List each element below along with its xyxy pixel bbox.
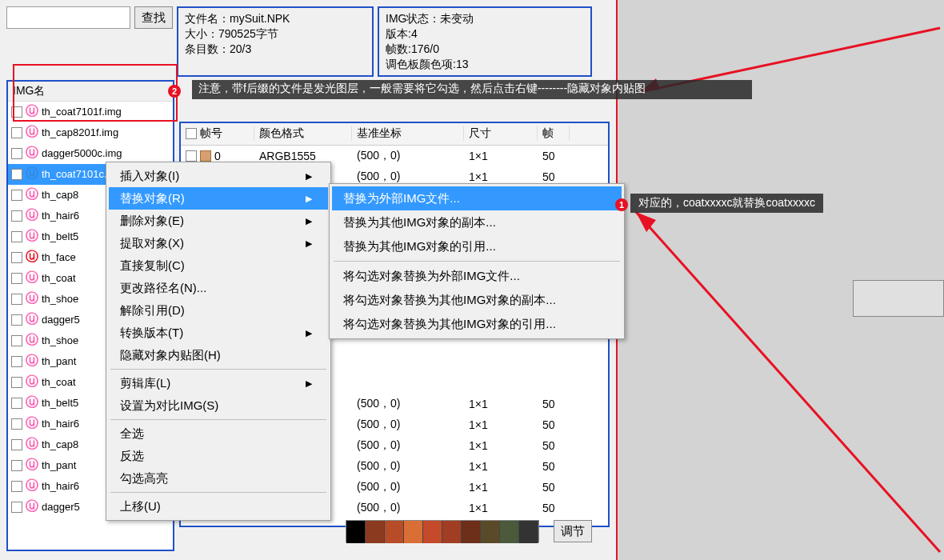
menu-item[interactable]: 隐藏对象内贴图(H) <box>109 344 328 366</box>
cat-icon <box>25 250 39 265</box>
checkbox[interactable] <box>11 169 22 180</box>
checkbox[interactable] <box>11 231 22 242</box>
color-swatch-bar[interactable] <box>346 520 539 542</box>
img-status: IMG状态：未变动 <box>386 11 584 26</box>
item-label: th_hair6 <box>42 210 79 222</box>
menu-item[interactable]: 提取对象(X)▶ <box>109 232 328 254</box>
annotation-badge-2: 2 <box>168 85 181 98</box>
cat-icon <box>25 209 39 223</box>
menu-item[interactable]: 将勾选对象替换为其他IMG对象的副本... <box>332 288 622 312</box>
item-label: th_belt5 <box>42 230 78 242</box>
menu-item[interactable]: 将勾选对象替换为外部IMG文件... <box>332 264 622 288</box>
item-label: dagger5 <box>42 314 80 326</box>
search-input[interactable] <box>6 6 130 29</box>
menu-item[interactable]: 将勾选对象替换为其他IMG对象的引用... <box>332 312 622 336</box>
checkbox[interactable] <box>11 377 22 388</box>
checkbox[interactable] <box>11 148 22 159</box>
color-swatch[interactable] <box>385 521 404 543</box>
thumb-icon <box>200 150 211 162</box>
cat-icon <box>25 479 39 494</box>
item-label: th_shoe <box>42 293 78 305</box>
menu-item[interactable]: 设置为对比IMG(S) <box>109 394 328 417</box>
checkbox[interactable] <box>11 356 22 367</box>
cat-icon <box>25 188 39 202</box>
color-swatch[interactable] <box>500 521 519 543</box>
item-label: th_belt5 <box>42 397 78 409</box>
file-info-box: 文件名：mySuit.NPK 大小：790525字节 条目数：20/3 <box>177 6 374 77</box>
cat-icon <box>25 126 39 140</box>
list-item[interactable]: th_cap8201f.img <box>8 122 173 143</box>
item-label: th_coat7101f.img <box>42 106 122 118</box>
note-tooltip: 注意，带f后缀的文件是发光图层，一般需要将它勾选，然后点击右键--------隐… <box>192 80 752 99</box>
color-swatch[interactable] <box>519 521 538 543</box>
checkbox[interactable] <box>186 150 197 162</box>
menu-item[interactable]: 上移(U) <box>109 495 328 518</box>
checkbox[interactable] <box>11 398 22 409</box>
checkbox[interactable] <box>11 273 22 284</box>
checkbox[interactable] <box>11 210 22 222</box>
item-label: th_hair6 <box>42 480 79 492</box>
checkbox[interactable] <box>11 314 22 326</box>
find-button[interactable]: 查找 <box>134 6 173 29</box>
checkbox[interactable] <box>11 418 22 430</box>
item-label: dagger5 <box>42 501 80 513</box>
color-swatch[interactable] <box>423 521 442 543</box>
checkbox[interactable] <box>11 439 22 450</box>
submenu-arrow-icon: ▶ <box>306 328 312 338</box>
checkbox[interactable] <box>11 460 22 471</box>
color-swatch[interactable] <box>366 521 385 543</box>
cat-icon <box>25 396 39 410</box>
context-menu[interactable]: 插入对象(I)▶替换对象(R)▶删除对象(E)▶提取对象(X)▶直接复制(C)更… <box>106 162 331 521</box>
cat-icon <box>25 458 39 473</box>
menu-item[interactable]: 直接复制(C) <box>109 254 328 277</box>
menu-item[interactable]: 替换为外部IMG文件... <box>332 186 622 210</box>
arrow-annotation-icon <box>624 200 944 560</box>
color-swatch[interactable] <box>481 521 500 543</box>
checkbox[interactable] <box>11 481 22 492</box>
menu-item[interactable]: 替换对象(R)▶ <box>109 187 328 210</box>
list-item[interactable]: th_coat7101f.img <box>8 102 173 122</box>
cat-icon <box>25 354 39 369</box>
img-version: 版本:4 <box>386 26 584 42</box>
preview-box <box>853 280 944 317</box>
menu-item[interactable]: 反选 <box>109 445 328 467</box>
menu-item[interactable]: 删除对象(E)▶ <box>109 210 328 232</box>
cat-icon <box>25 292 39 306</box>
checkbox[interactable] <box>11 127 22 138</box>
checkbox[interactable] <box>11 294 22 305</box>
menu-item[interactable]: 替换为其他IMG对象的副本... <box>332 210 622 234</box>
menu-item[interactable]: 插入对象(I)▶ <box>109 165 328 187</box>
checkbox[interactable] <box>11 335 22 346</box>
cat-icon <box>25 146 39 161</box>
checkbox[interactable] <box>11 502 22 513</box>
color-swatch[interactable] <box>404 521 423 543</box>
item-label: th_cap8 <box>42 189 78 201</box>
cat-icon <box>25 500 39 514</box>
item-label: th_cap8201f.img <box>42 126 118 138</box>
menu-item[interactable]: 剪辑库(L)▶ <box>109 372 328 394</box>
submenu-arrow-icon: ▶ <box>306 171 312 182</box>
color-swatch[interactable] <box>346 521 366 543</box>
color-swatch[interactable] <box>462 521 481 543</box>
menu-item[interactable]: 解除引用(D) <box>109 299 328 322</box>
menu-item[interactable]: 全选 <box>109 422 328 445</box>
menu-item[interactable]: 更改路径名(N)... <box>109 277 328 299</box>
context-submenu[interactable]: 替换为外部IMG文件...替换为其他IMG对象的副本...替换为其他IMG对象的… <box>329 183 625 339</box>
item-label: dagger5000c.img <box>42 147 122 159</box>
list-item[interactable]: dagger5000c.img <box>8 143 173 164</box>
frame-table-header: 帧号 颜色格式 基准坐标 尺寸 帧 <box>181 123 608 146</box>
img-info-box: IMG状态：未变动 版本:4 帧数:176/0 调色板颜色项:13 <box>378 6 592 77</box>
checkbox[interactable] <box>11 252 22 263</box>
menu-item[interactable]: 转换版本(T)▶ <box>109 322 328 344</box>
checkbox[interactable] <box>11 106 22 118</box>
menu-item[interactable]: 替换为其他IMG对象的引用... <box>332 234 622 258</box>
frame-count: 帧数:176/0 <box>386 42 584 57</box>
checkbox[interactable] <box>11 190 22 201</box>
menu-item[interactable]: 勾选高亮 <box>109 467 328 490</box>
color-swatch[interactable] <box>442 521 462 543</box>
select-all-checkbox[interactable] <box>186 128 197 139</box>
submenu-arrow-icon: ▶ <box>306 238 312 249</box>
adjust-button[interactable]: 调节 <box>554 520 592 542</box>
img-list-header: IMG名 <box>8 82 173 102</box>
svg-line-2 <box>636 212 940 552</box>
